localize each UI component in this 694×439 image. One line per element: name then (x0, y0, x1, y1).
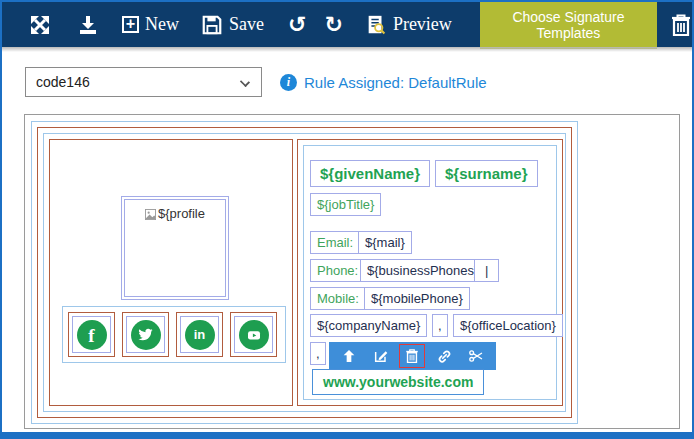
download-icon (76, 13, 100, 37)
save-floppy-icon (201, 14, 223, 36)
template-editor-canvas: ${profile f (24, 114, 680, 429)
redo-button[interactable]: ↻ (324, 14, 342, 36)
expand-arrows-icon (28, 13, 52, 37)
delete-element-button[interactable] (399, 344, 425, 368)
template-select[interactable]: code146 (25, 67, 262, 97)
signature-left-column: ${profile f (49, 139, 293, 406)
office-location-field[interactable]: ${officeLocation} (453, 314, 563, 337)
trash-icon (670, 13, 692, 37)
facebook-icon: f (77, 320, 107, 350)
save-label: Save (229, 14, 264, 35)
company-name-field[interactable]: ${companyName} (310, 314, 427, 337)
linkedin-icon: in (185, 320, 215, 350)
rule-bar: code146 i Rule Assigned: DefaultRule (2, 60, 692, 104)
job-title-field[interactable]: ${jobTitle} (310, 193, 381, 216)
edit-pencil-icon (373, 348, 389, 364)
surname-field[interactable]: ${surname} (435, 160, 538, 187)
trash-icon (405, 348, 419, 364)
youtube-button[interactable] (230, 312, 277, 357)
preview-button[interactable]: Preview (365, 14, 452, 36)
undo-icon: ↺ (288, 14, 306, 36)
comma-field[interactable]: , (432, 314, 448, 337)
save-button[interactable]: Save (201, 14, 264, 36)
new-plus-icon: + (122, 16, 139, 33)
element-edit-toolbar (329, 342, 496, 370)
linkedin-button[interactable]: in (176, 312, 223, 357)
phone-label[interactable]: Phone: (310, 259, 365, 282)
bottom-accent-bar (2, 432, 692, 437)
business-phones-field[interactable]: ${businessPhones} (360, 259, 485, 282)
profile-placeholder-text: ${profile (158, 206, 205, 221)
given-name-field[interactable]: ${givenName} (310, 160, 430, 187)
choose-signature-templates-button[interactable]: Choose Signature Templates (480, 1, 657, 49)
separator-pipe-field[interactable]: | (474, 259, 499, 282)
signature-editor-page: + New Save ↺ ↻ (0, 0, 694, 439)
download-button[interactable] (76, 13, 100, 37)
info-icon: i (280, 74, 297, 91)
undo-button[interactable]: ↺ (288, 14, 306, 36)
redo-icon: ↻ (324, 14, 342, 36)
twitter-button[interactable] (122, 312, 169, 357)
move-up-button[interactable] (336, 344, 362, 368)
profile-photo-inner: ${profile (124, 199, 226, 297)
website-field[interactable]: www.yourwebsite.com (312, 369, 484, 395)
broken-image-icon (145, 209, 156, 220)
scissors-icon (467, 348, 485, 364)
signature-right-column: ${givenName} ${surname} ${jobTitle} Emai… (297, 139, 563, 406)
rule-assigned-text: Rule Assigned: DefaultRule (304, 74, 487, 91)
preview-document-icon (365, 14, 387, 36)
link-button[interactable] (431, 344, 457, 368)
expand-button[interactable] (28, 13, 52, 37)
top-toolbar: + New Save ↺ ↻ (2, 2, 692, 47)
email-label[interactable]: Email: (310, 231, 360, 254)
facebook-button[interactable]: f (68, 312, 115, 357)
edit-button[interactable] (368, 344, 394, 368)
new-label: New (145, 14, 179, 35)
social-icons-row: f in (62, 306, 286, 363)
link-chain-icon (436, 348, 453, 365)
youtube-icon (239, 320, 269, 350)
chevron-down-icon (240, 77, 250, 87)
twitter-icon (131, 320, 161, 350)
cut-button[interactable] (463, 344, 489, 368)
template-select-value: code146 (36, 74, 90, 90)
mobile-phone-field[interactable]: ${mobilePhone} (364, 287, 470, 310)
mail-field[interactable]: ${mail} (358, 231, 412, 254)
new-button[interactable]: + New (122, 14, 179, 35)
delete-template-button[interactable] (670, 13, 692, 37)
comma-field-2[interactable]: , (310, 342, 326, 365)
profile-photo-placeholder[interactable]: ${profile (121, 196, 229, 300)
arrow-up-icon (341, 348, 357, 364)
preview-label: Preview (393, 14, 452, 35)
mobile-label[interactable]: Mobile: (310, 287, 366, 310)
